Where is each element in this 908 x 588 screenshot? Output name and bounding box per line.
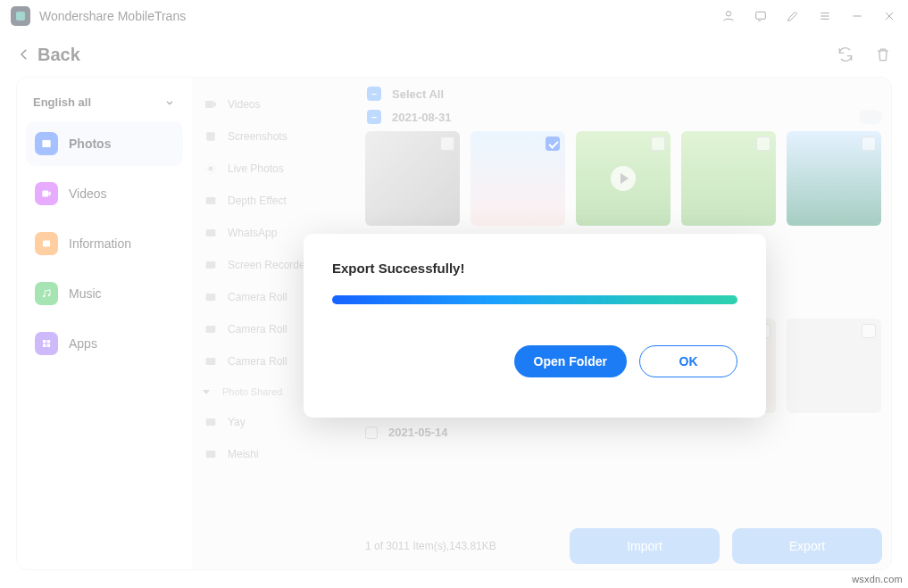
group-checkbox[interactable] [367,110,381,124]
svg-rect-20 [206,358,216,365]
information-icon [35,232,58,255]
import-button[interactable]: Import [570,528,720,564]
content-footer: 1 of 3011 Item(s),143.81KB Import Export [365,528,882,564]
svg-rect-1 [756,12,766,19]
album-label: Yay [228,416,246,428]
thumb-checkbox[interactable] [651,137,665,151]
sidebar-item-photos[interactable]: Photos [26,121,183,166]
album-item[interactable]: Depth Effect [197,185,356,217]
open-folder-button[interactable]: Open Folder [514,345,627,377]
account-icon[interactable] [721,8,737,24]
svg-rect-18 [206,294,216,301]
album-item[interactable]: Videos [197,88,356,120]
close-icon[interactable] [881,8,897,24]
album-label: Photo Shared [222,386,282,397]
album-label: Live Photos [228,162,284,175]
watermark: wsxdn.com [852,574,903,584]
back-row: Back [0,32,908,77]
folder-icon [203,447,219,461]
svg-rect-9 [47,344,51,348]
date-group-header: 2021-05-14 [365,420,882,444]
album-label: Screenshots [228,130,287,143]
folder-icon [203,322,219,336]
screenshot-icon [203,129,219,144]
sidebar-item-information[interactable]: Information [26,221,183,266]
edit-icon[interactable] [785,8,801,24]
album-label: Camera Roll [228,291,287,303]
album-item[interactable]: Screenshots [197,120,356,153]
photo-thumb[interactable] [681,131,776,226]
album-item[interactable]: Live Photos [197,153,356,185]
status-text: 1 of 3011 Item(s),143.81KB [365,540,496,552]
svg-point-0 [726,12,730,16]
trash-icon[interactable] [874,46,892,63]
sidebar-item-videos[interactable]: Videos [26,171,183,216]
sidebar-label: Information [69,236,131,251]
date-group-header: 2021-08-31 [365,104,882,128]
video-folder-icon [203,97,219,112]
photo-thumb[interactable] [365,131,460,226]
album-label: Meishi [228,448,259,460]
album-label: Screen Recorder [228,259,309,271]
app-title: Wondershare MobileTrans [39,9,186,23]
photo-thumb[interactable] [787,131,881,226]
sidebar-label: Music [69,286,102,301]
photos-icon [35,132,58,155]
thumb-checkbox[interactable] [756,137,771,151]
svg-rect-10 [205,101,213,108]
album-label: Videos [228,98,260,111]
select-all-label: Select All [392,87,444,101]
group-checkbox[interactable] [365,427,378,439]
svg-rect-16 [206,229,216,236]
ok-label: OK [679,354,698,369]
music-icon [35,282,58,305]
import-label: Import [627,539,662,553]
modal-message: Export Successfully! [332,261,737,276]
language-dropdown[interactable]: English all [26,90,183,121]
dropdown-label: English all [33,95,91,109]
sidebar-label: Photos [69,137,111,151]
titlebar: Wondershare MobileTrans [0,0,908,32]
back-label: Back [37,45,80,65]
svg-point-3 [44,142,46,144]
svg-rect-7 [47,340,51,344]
sidebar-item-music[interactable]: Music [26,271,183,316]
sidebar: English all Photos Videos Information Mu… [17,78,192,569]
export-button[interactable]: Export [732,528,882,564]
photo-thumb[interactable] [576,131,671,226]
sidebar-item-apps[interactable]: Apps [26,321,183,366]
select-all-row: Select All [365,81,882,104]
album-label: Depth Effect [228,195,287,207]
thumb-checkbox[interactable] [862,137,876,151]
svg-rect-5 [43,241,50,247]
thumb-checkbox[interactable] [862,324,876,338]
menu-icon[interactable] [817,8,833,24]
folder-icon [203,290,219,304]
export-success-modal: Export Successfully! Open Folder OK [304,234,766,418]
apps-icon [35,332,58,355]
folder-icon [203,354,219,369]
ok-button[interactable]: OK [639,345,737,377]
back-button[interactable]: Back [16,45,80,65]
refresh-icon[interactable] [837,46,854,63]
message-icon[interactable] [753,8,769,24]
thumb-checkbox[interactable] [440,137,454,151]
minimize-icon[interactable] [849,8,865,24]
album-label: WhatsApp [228,227,277,239]
livephoto-icon [203,161,219,176]
photo-thumb[interactable] [787,319,881,413]
svg-rect-4 [42,191,48,197]
count-badge [859,110,882,124]
svg-rect-17 [206,261,216,269]
export-label: Export [789,539,825,553]
chevron-down-icon [203,390,210,394]
svg-rect-15 [206,197,216,204]
photo-thumb[interactable] [471,131,565,226]
folder-icon [203,226,219,240]
select-all-checkbox[interactable] [367,87,381,101]
videos-icon [35,182,58,205]
album-label: Camera Roll [228,355,287,368]
thumb-checkbox[interactable] [546,137,560,151]
album-item[interactable]: Meishi [197,438,356,470]
svg-rect-22 [206,451,216,458]
